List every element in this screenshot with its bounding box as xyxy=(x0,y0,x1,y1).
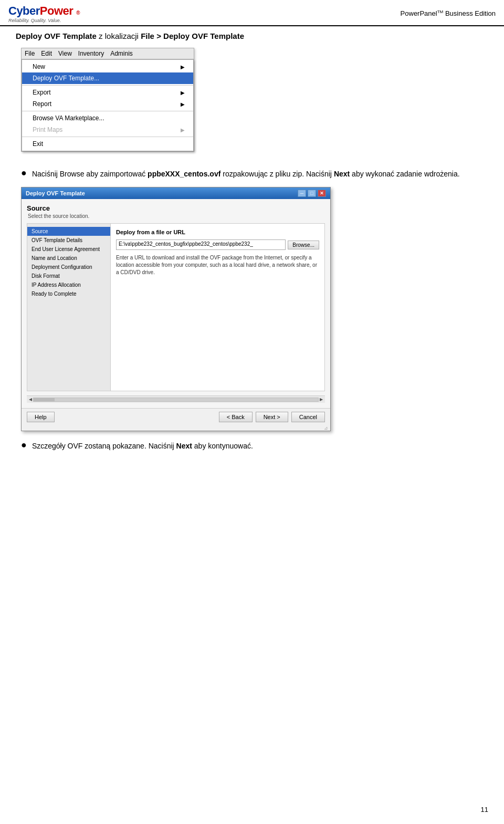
menu-item-new: New ▶ xyxy=(22,61,193,72)
dialog-titlebar: Deploy OVF Template ─ □ ✕ xyxy=(22,187,330,199)
dialog-main: Deploy from a file or URL E:\va\ppbe232_… xyxy=(111,223,325,391)
logo-area: CyberPower ® Reliability. Quality. Value… xyxy=(8,4,80,23)
bullet-1: ● Naciśnij Browse aby zaimportować ppbeX… xyxy=(16,169,488,180)
menu-separator-2 xyxy=(22,111,193,111)
dialog-minimize-button[interactable]: ─ xyxy=(298,190,306,197)
page-number: 11 xyxy=(481,806,488,813)
menu-item-exit-label: Exit xyxy=(33,140,43,148)
sidebar-item-ip-allocation[interactable]: IP Address Allocation xyxy=(27,280,110,289)
menu-bar-edit: Edit xyxy=(41,50,52,57)
resize-area: ⊿ xyxy=(22,425,330,431)
menu-bar-file: File xyxy=(25,50,35,57)
sidebar-item-disk-format[interactable]: Disk Format xyxy=(27,272,110,280)
sidebar-item-deployment-config[interactable]: Deployment Configuration xyxy=(27,263,110,272)
section-title: Deploy OVF Template z lokalizacji File >… xyxy=(16,32,488,40)
menu-separator-1 xyxy=(22,85,193,86)
sidebar-item-ready[interactable]: Ready to Complete xyxy=(27,289,110,298)
bullet-1-text: Naciśnij Browse aby zaimportować ppbeXXX… xyxy=(32,169,460,180)
menu-bar-adminis: Adminis xyxy=(110,50,133,57)
menu-bar-inventory: Inventory xyxy=(78,50,104,57)
file-input-row: E:\va\ppbe232_centos_bugfix\ppbe232_cent… xyxy=(116,239,319,250)
menu-item-export-arrow: ▶ xyxy=(181,90,185,96)
dialog-description: Enter a URL to download and install the … xyxy=(116,254,319,276)
dialog-inner: Source OVF Template Details End User Lic… xyxy=(27,223,325,391)
dialog-body: Source Select the source location. Sourc… xyxy=(22,199,330,408)
dialog-footer-right: < Back Next > Cancel xyxy=(219,412,325,422)
scrollbar-right-arrow[interactable]: ▶ xyxy=(319,397,324,402)
dialog-footer: Help < Back Next > Cancel xyxy=(22,408,330,425)
menu-separator-3 xyxy=(22,137,193,137)
sidebar-item-eula[interactable]: End User License Agreement xyxy=(27,245,110,254)
cancel-button[interactable]: Cancel xyxy=(291,412,325,422)
page-header: CyberPower ® Reliability. Quality. Value… xyxy=(0,0,504,26)
menu-item-printmaps: Print Maps ▶ xyxy=(22,124,193,135)
resize-icon: ⊿ xyxy=(324,425,328,431)
menu-item-printmaps-arrow: ▶ xyxy=(181,127,185,133)
dialog-screenshot: Deploy OVF Template ─ □ ✕ Source Select … xyxy=(21,187,331,431)
sidebar-item-name-location[interactable]: Name and Location xyxy=(27,254,110,263)
menu-item-browse: Browse VA Marketplace... xyxy=(22,112,193,124)
bullet-2-text: Szczegóły OVF zostaną pokazane. Naciśnij… xyxy=(32,441,253,452)
dialog-title: Deploy OVF Template xyxy=(26,190,85,196)
bullet-2: ● Szczegóły OVF zostaną pokazane. Naciśn… xyxy=(16,441,488,452)
main-content: Deploy OVF Template z lokalizacji File >… xyxy=(0,32,504,475)
dialog-close-button[interactable]: ✕ xyxy=(318,190,326,197)
file-path-input[interactable]: E:\va\ppbe232_centos_bugfix\ppbe232_cent… xyxy=(116,239,286,250)
menu-item-export-label: Export xyxy=(33,89,51,96)
logo-text: CyberPower ® xyxy=(8,4,80,18)
dialog-section-sub: Select the source location. xyxy=(27,213,325,219)
menu-item-exit: Exit xyxy=(22,138,193,150)
menu-item-deploy-label: Deploy OVF Template... xyxy=(33,75,99,82)
menu-item-deploy: Deploy OVF Template... xyxy=(22,72,193,84)
menu-item-export: Export ▶ xyxy=(22,87,193,98)
dialog-sidebar: Source OVF Template Details End User Lic… xyxy=(27,223,111,391)
dialog-scrollbar[interactable]: ◀ ▶ xyxy=(27,395,325,403)
dialog-footer-left: Help xyxy=(27,412,55,422)
scrollbar-thumb xyxy=(34,398,55,401)
sidebar-item-source[interactable]: Source xyxy=(27,227,110,236)
menu-screenshot: File Edit View Inventory Adminis New ▶ D… xyxy=(21,48,194,152)
next-button[interactable]: Next > xyxy=(256,412,288,422)
menu-item-report: Report ▶ xyxy=(22,98,193,110)
menu-bar-view: View xyxy=(58,50,72,57)
menu-item-new-arrow: ▶ xyxy=(181,64,185,70)
dialog-main-title: Deploy from a file or URL xyxy=(116,229,319,235)
menu-item-printmaps-label: Print Maps xyxy=(33,126,62,133)
menu-item-report-label: Report xyxy=(33,100,51,108)
menu-item-browse-label: Browse VA Marketplace... xyxy=(33,114,104,122)
menu-item-report-arrow: ▶ xyxy=(181,101,185,107)
dialog-maximize-button[interactable]: □ xyxy=(308,190,316,197)
back-button[interactable]: < Back xyxy=(219,412,253,422)
help-button[interactable]: Help xyxy=(27,412,55,422)
menu-dropdown: New ▶ Deploy OVF Template... Export ▶ Re… xyxy=(22,59,194,151)
logo-power: Power xyxy=(40,4,74,17)
bullet-2-icon: ● xyxy=(21,440,27,451)
dialog-titlebar-controls: ─ □ ✕ xyxy=(298,190,326,197)
browse-button[interactable]: Browse... xyxy=(288,241,319,249)
menu-item-new-label: New xyxy=(33,63,45,70)
logo-cyber: Cyber xyxy=(8,4,40,17)
bullet-1-icon: ● xyxy=(21,168,27,179)
scrollbar-left-arrow[interactable]: ◀ xyxy=(28,397,33,402)
menu-bar: File Edit View Inventory Adminis xyxy=(22,48,194,59)
logo-tagline: Reliability. Quality. Value. xyxy=(8,18,61,23)
scrollbar-track[interactable] xyxy=(33,398,319,402)
header-product-name: PowerPanelTM Business Edition xyxy=(401,9,496,17)
dialog-section-header: Source xyxy=(27,204,325,212)
sidebar-item-ovf-details[interactable]: OVF Template Details xyxy=(27,236,110,245)
